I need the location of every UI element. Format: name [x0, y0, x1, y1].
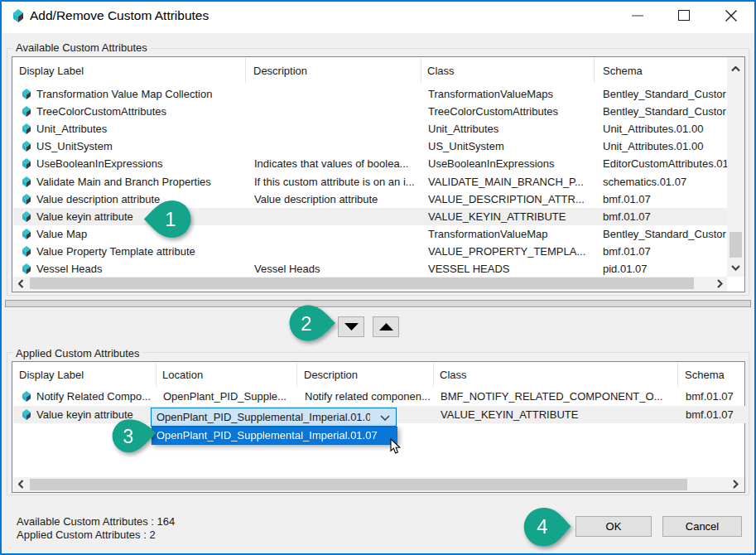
svg-text:2: 2: [301, 312, 311, 335]
svg-text:3: 3: [123, 426, 134, 447]
svg-text:1: 1: [165, 208, 176, 230]
svg-text:4: 4: [537, 515, 547, 538]
